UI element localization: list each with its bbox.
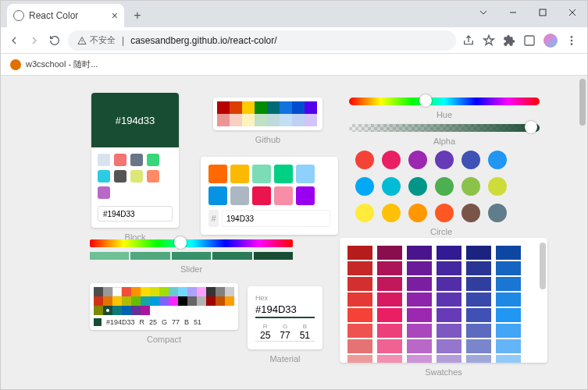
github-swatch[interactable] (230, 114, 242, 126)
twitter-swatch[interactable] (230, 165, 249, 183)
github-swatch[interactable] (280, 114, 292, 126)
slider-swatch[interactable] (212, 252, 251, 260)
slider-hue[interactable] (90, 239, 293, 247)
twitter-swatch[interactable] (274, 165, 293, 183)
slider-swatch[interactable] (254, 252, 293, 260)
swatches-cell[interactable] (466, 355, 491, 363)
block-swatch[interactable] (130, 170, 143, 183)
block-swatch[interactable] (130, 154, 143, 166)
github-swatch[interactable] (242, 114, 255, 126)
github-swatch[interactable] (280, 101, 292, 114)
swatches-cell[interactable] (496, 292, 521, 307)
github-swatch[interactable] (255, 114, 267, 126)
swatches-cell[interactable] (466, 261, 491, 275)
block-swatch[interactable] (98, 170, 110, 183)
circle-swatch[interactable] (435, 204, 454, 222)
swatches-cell[interactable] (496, 308, 521, 322)
twitter-picker[interactable]: # (201, 157, 338, 235)
swatches-cell[interactable] (377, 324, 402, 338)
circle-swatch[interactable] (488, 177, 507, 196)
swatches-cell[interactable] (437, 339, 461, 353)
compact-swatch[interactable] (141, 306, 150, 315)
material-g-input[interactable]: 77 (275, 330, 294, 342)
block-hex-input[interactable] (98, 206, 173, 222)
swatches-cell[interactable] (466, 277, 491, 291)
slider-swatch[interactable] (172, 252, 211, 260)
swatches-cell[interactable] (437, 324, 461, 338)
circle-swatch[interactable] (382, 151, 401, 169)
twitter-swatch[interactable] (252, 165, 271, 183)
compact-swatch[interactable] (112, 287, 122, 296)
swatches-cell[interactable] (466, 246, 491, 260)
compact-swatch[interactable] (112, 306, 122, 315)
compact-picker[interactable]: #194D33 R25 G77 B51 (90, 283, 238, 330)
material-r-input[interactable]: 25 (255, 330, 275, 342)
twitter-hex-input[interactable] (222, 210, 330, 227)
compact-swatch[interactable] (169, 287, 178, 296)
compact-swatch[interactable] (197, 287, 206, 296)
swatches-cell[interactable] (437, 308, 461, 322)
compact-swatch[interactable] (216, 287, 225, 296)
twitter-swatch[interactable] (252, 186, 271, 205)
menu-icon[interactable] (565, 34, 578, 47)
swatches-cell[interactable] (496, 246, 521, 260)
block-swatch[interactable] (114, 170, 127, 183)
swatches-cell[interactable] (407, 355, 432, 363)
twitter-swatch[interactable] (296, 165, 315, 183)
block-swatch[interactable] (98, 154, 110, 166)
compact-swatch[interactable] (206, 287, 216, 296)
window-close-icon[interactable] (558, 1, 587, 24)
swatches-cell[interactable] (437, 292, 461, 307)
twitter-swatch[interactable] (208, 165, 227, 183)
browser-tab[interactable]: React Color × (7, 4, 124, 27)
compact-swatch[interactable] (141, 287, 150, 296)
nav-back-icon[interactable] (7, 34, 21, 48)
swatches-cell[interactable] (437, 261, 461, 275)
circle-picker[interactable] (355, 151, 527, 222)
compact-swatch[interactable] (178, 296, 187, 306)
swatches-cell[interactable] (466, 324, 491, 338)
compact-swatch[interactable] (131, 296, 141, 306)
bookmark-item[interactable]: w3cschool - 随时... (26, 58, 98, 70)
compact-swatch[interactable] (225, 287, 234, 296)
circle-swatch[interactable] (355, 151, 374, 169)
swatches-cell[interactable] (377, 308, 402, 322)
circle-swatch[interactable] (461, 204, 480, 222)
github-swatch[interactable] (255, 101, 267, 114)
swatches-cell[interactable] (496, 277, 521, 291)
swatches-cell[interactable] (466, 308, 491, 322)
alpha-slider[interactable] (349, 124, 540, 132)
github-swatch[interactable] (267, 114, 280, 126)
block-swatch[interactable] (98, 186, 110, 199)
swatches-cell[interactable] (377, 339, 402, 353)
swatches-cell[interactable] (377, 261, 402, 275)
compact-swatch[interactable] (94, 296, 103, 306)
tab-close-icon[interactable]: × (112, 9, 118, 22)
material-picker[interactable]: Hex #194D33 R25 G77 B51 (248, 286, 323, 349)
swatches-cell[interactable] (377, 292, 402, 307)
swatches-cell[interactable] (407, 292, 432, 307)
extension-icon[interactable] (503, 34, 515, 47)
swatches-cell[interactable] (496, 355, 521, 363)
slider-handle[interactable] (174, 236, 187, 249)
material-hex-input[interactable]: #194D33 (255, 302, 315, 318)
window-maximize-icon[interactable] (528, 1, 558, 24)
circle-swatch[interactable] (408, 204, 427, 222)
circle-swatch[interactable] (408, 177, 427, 196)
nav-reload-icon[interactable] (48, 34, 62, 48)
block-picker[interactable]: .block-head::before{border-bottom-color:… (91, 93, 179, 228)
page-scrollbar[interactable] (579, 79, 586, 126)
swatches-cell[interactable] (347, 277, 372, 291)
star-icon[interactable] (483, 34, 495, 47)
swatches-scrollbar[interactable] (540, 243, 546, 289)
circle-swatch[interactable] (382, 204, 401, 222)
block-swatch[interactable] (147, 154, 159, 166)
swatches-cell[interactable] (466, 292, 491, 307)
swatches-cell[interactable] (347, 355, 372, 363)
alpha-handle[interactable] (525, 121, 537, 133)
twitter-swatch[interactable] (274, 186, 293, 205)
swatches-cell[interactable] (347, 324, 372, 338)
circle-swatch[interactable] (461, 151, 480, 169)
swatches-cell[interactable] (496, 324, 521, 338)
swatches-cell[interactable] (407, 246, 432, 260)
